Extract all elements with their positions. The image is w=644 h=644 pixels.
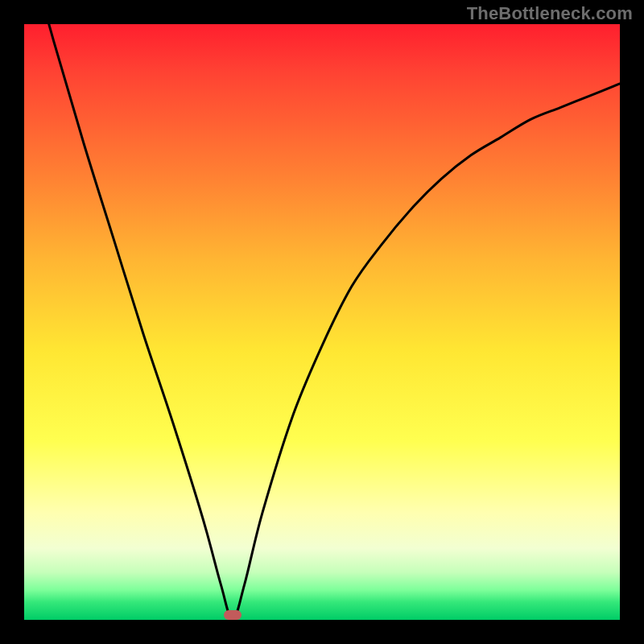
minimum-marker bbox=[224, 610, 242, 620]
curve-svg bbox=[24, 24, 620, 620]
bottleneck-curve-path bbox=[24, 24, 620, 620]
watermark-text: TheBottleneck.com bbox=[467, 3, 633, 24]
